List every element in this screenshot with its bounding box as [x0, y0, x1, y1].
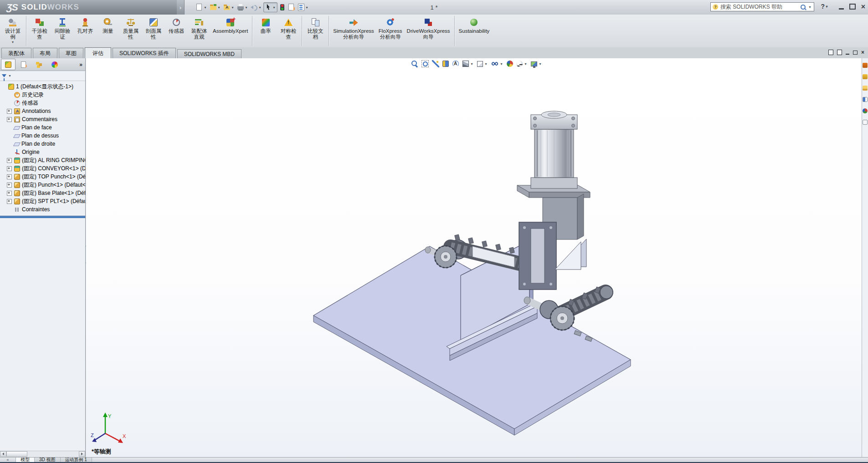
- ribbon-button-interference-check[interactable]: 干涉检 查: [28, 16, 51, 41]
- feature-manager-split-bar[interactable]: [0, 216, 85, 218]
- view-settings-button[interactable]: [531, 61, 542, 66]
- ribbon-button-clearance-verify[interactable]: 间隙验 证: [51, 16, 74, 41]
- ribbon-button-design-study[interactable]: 设计算 例: [1, 16, 24, 45]
- previous-view-button[interactable]: [432, 60, 439, 67]
- tree-item-right-plane[interactable]: Plan de droite: [1, 140, 85, 148]
- ribbon-button-curvature[interactable]: 曲率: [254, 16, 277, 35]
- view-orientation-button[interactable]: [462, 61, 474, 67]
- dropdown-arrow-icon[interactable]: [11, 40, 15, 44]
- tree-item-spt-plt[interactable]: (固定) SPT PLT<1> (Défaut: [1, 197, 85, 205]
- zoom-to-area-button[interactable]: [421, 60, 429, 67]
- panel-horizontal-scrollbar[interactable]: [0, 451, 85, 457]
- tab-scroll-button[interactable]: «: [0, 458, 16, 462]
- design-library-icon[interactable]: [863, 74, 868, 79]
- ribbon-button-driveworksxpress[interactable]: DriveWorksXpress 向导: [405, 16, 452, 41]
- rebuild-button[interactable]: [278, 3, 287, 12]
- tab-displaymanager[interactable]: [47, 59, 62, 70]
- tree-item-conveyor[interactable]: (固定) CONVEYOR<1> (Défaut: [1, 164, 85, 173]
- search-input[interactable]: 搜索 SOLIDWORKS 帮助: [720, 3, 798, 11]
- doc-restore-icon[interactable]: [853, 51, 858, 55]
- doc-window-icon[interactable]: [828, 50, 833, 55]
- section-view-button[interactable]: [442, 61, 449, 67]
- search-help-box[interactable]: ? 搜索 SOLIDWORKS 帮助: [710, 2, 814, 11]
- tree-item-al-ring-crimping[interactable]: (固定) AL RING CRIMPING: [1, 156, 85, 164]
- view-palette-icon[interactable]: [863, 97, 868, 102]
- scrollbar-thumb[interactable]: [6, 451, 27, 457]
- annotation-view-button[interactable]: [452, 60, 459, 67]
- tab-3d-views[interactable]: 3D 视图: [35, 458, 61, 462]
- expand-icon[interactable]: [7, 117, 12, 122]
- filter-dropdown-arrow-icon[interactable]: [8, 74, 12, 78]
- ribbon-button-measure[interactable]: 测量: [97, 16, 119, 35]
- new-document-button[interactable]: [195, 3, 208, 12]
- tab-evaluate[interactable]: 评估: [85, 47, 111, 59]
- scroll-right-icon[interactable]: [79, 451, 85, 457]
- expand-icon[interactable]: [7, 191, 12, 196]
- file-explorer-icon[interactable]: [863, 86, 868, 91]
- tree-item-history[interactable]: 历史记录: [1, 91, 85, 99]
- ribbon-button-simulationxpress[interactable]: SimulationXpress 分析向导: [331, 16, 376, 41]
- close-icon[interactable]: ×: [861, 4, 865, 10]
- select-tool-button[interactable]: [263, 2, 277, 12]
- search-dropdown-arrow-icon[interactable]: [808, 5, 812, 9]
- tab-layout[interactable]: 布局: [33, 48, 57, 58]
- options-button[interactable]: [287, 3, 296, 12]
- tree-item-root[interactable]: 1 (Défaut<显示状态-1>): [1, 82, 85, 91]
- search-icon[interactable]: [801, 5, 806, 10]
- restore-icon[interactable]: [849, 4, 856, 10]
- expand-icon[interactable]: [7, 166, 12, 171]
- ribbon-button-section-properties[interactable]: 剖面属 性: [142, 16, 165, 41]
- tree-item-front-plane[interactable]: Plan de face: [1, 123, 85, 132]
- dropdown-arrow-icon[interactable]: [825, 5, 829, 9]
- tab-solidworks-mbd[interactable]: SOLIDWORKS MBD: [177, 49, 241, 58]
- open-button[interactable]: [209, 3, 222, 12]
- expand-icon[interactable]: [7, 158, 12, 163]
- solidworks-resources-icon[interactable]: [863, 63, 868, 68]
- tab-model[interactable]: 模型: [16, 458, 35, 462]
- doc-minimize-icon[interactable]: [846, 54, 849, 55]
- tree-item-base-plate[interactable]: (固定) Base Plate<1> (Défaut: [1, 189, 85, 197]
- dropdown-arrow-icon[interactable]: [470, 62, 474, 66]
- ribbon-button-symmetry-check[interactable]: 对称检 查: [277, 16, 300, 41]
- expand-icon[interactable]: [7, 183, 12, 188]
- dropdown-arrow-icon[interactable]: [524, 62, 528, 66]
- file-properties-button[interactable]: [297, 3, 310, 12]
- tree-item-punch[interactable]: (固定) Punch<1> (Défaut<: [1, 181, 85, 189]
- display-style-button[interactable]: [477, 61, 488, 67]
- minimize-icon[interactable]: [839, 8, 844, 10]
- graphics-viewport[interactable]: Y X Z *等轴测: [86, 58, 862, 457]
- tree-item-top-punch[interactable]: (固定) TOP Punch<1> (Défaut: [1, 173, 85, 181]
- ribbon-button-sustainability[interactable]: Sustainability: [457, 16, 492, 35]
- dropdown-arrow-icon[interactable]: [258, 5, 262, 10]
- expand-icon[interactable]: [7, 174, 12, 179]
- tab-featuremanager[interactable]: [1, 59, 15, 70]
- dropdown-arrow-icon[interactable]: [203, 5, 207, 10]
- doc-close-icon[interactable]: ×: [861, 50, 864, 55]
- tree-item-annotations[interactable]: Annotations: [1, 107, 85, 115]
- ribbon-button-assemblyxpert[interactable]: AssemblyXpert: [211, 16, 250, 35]
- tab-motion-study-1[interactable]: 运动算例 1: [61, 458, 92, 462]
- save-button[interactable]: [222, 3, 236, 12]
- ribbon-button-hole-alignment[interactable]: 孔对齐: [74, 16, 97, 35]
- ribbon-button-compare-documents[interactable]: 比较文 档: [304, 16, 327, 41]
- dropdown-arrow-icon[interactable]: [231, 5, 235, 10]
- help-menu-button[interactable]: ?: [821, 3, 829, 10]
- dropdown-arrow-icon[interactable]: [305, 5, 309, 10]
- tree-filter-row[interactable]: [0, 71, 85, 81]
- edit-appearance-button[interactable]: [507, 61, 513, 67]
- tab-configurationmanager[interactable]: [32, 59, 46, 70]
- assembly-3d-model[interactable]: [86, 58, 862, 457]
- ribbon-button-sensors[interactable]: 传感器: [165, 16, 188, 35]
- expand-icon[interactable]: [7, 109, 12, 114]
- dropdown-arrow-icon[interactable]: [484, 62, 488, 66]
- doc-window-icon[interactable]: [837, 50, 842, 55]
- hide-show-items-button[interactable]: [491, 60, 503, 67]
- undo-button[interactable]: [250, 3, 263, 12]
- tree-item-origin[interactable]: Origine: [1, 148, 85, 156]
- tab-propertymanager[interactable]: [16, 59, 31, 70]
- expand-icon[interactable]: [7, 199, 12, 204]
- scroll-left-icon[interactable]: [0, 451, 6, 457]
- dropdown-arrow-icon[interactable]: [244, 5, 248, 10]
- tree-item-mates[interactable]: Contraintes: [1, 205, 85, 214]
- dropdown-arrow-icon[interactable]: [499, 62, 503, 66]
